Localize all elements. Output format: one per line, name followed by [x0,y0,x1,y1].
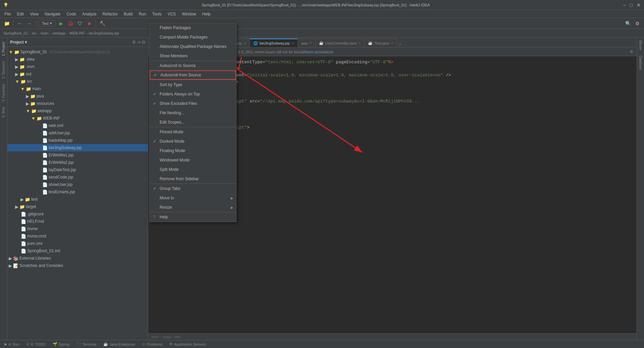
sidebar-tab-project[interactable]: 1: Project [1,39,6,59]
tree-root[interactable]: ▼ 📁 SpringBoot_01 D:\Tools\JavaWorkSpace… [7,48,148,56]
tree-sendcode[interactable]: 📄 sendCode.jsp [7,173,148,181]
menu-build[interactable]: Build [121,11,136,17]
panel-gear-icon[interactable]: ⚙ [132,40,136,45]
tab-close-testjava[interactable]: ✕ [391,41,393,45]
tree-webinf[interactable]: ▼ 📁 WEB-INF [7,115,148,122]
breadcrumb-webinf[interactable]: WEB-INF [69,31,85,35]
menu-item-compact-middle-packages[interactable]: Compact Middle Packages [150,32,236,42]
close-button[interactable]: ✕ [637,2,641,8]
menu-vcs[interactable]: VCS [165,11,179,17]
tree-main[interactable]: ▼ 📁 main [7,85,148,92]
breadcrumb-webapp[interactable]: webapp [52,31,65,35]
panel-collapse-icon[interactable]: ⊟ [142,40,145,45]
tree-idea[interactable]: ▶ 📁 .idea [7,56,148,63]
breadcrumb-springboot[interactable]: SpringBoot_01 [3,31,28,35]
tree-webxml[interactable]: 📄 web.xml [7,122,148,129]
attach-annotations-link[interactable]: Attach annotations [303,50,333,54]
settings-button[interactable]: ⚙ [633,19,641,27]
menu-item-abbreviate-qualified[interactable]: Abbreviate Qualified Package Names [150,42,236,51]
menu-refactor[interactable]: Refactor [100,11,120,17]
more-tabs-button[interactable]: » [397,41,404,47]
tree-iml[interactable]: 📄 SpringBoot_01.iml [7,247,148,255]
panel-scroll-icon[interactable]: ⇥ [137,40,141,45]
breadcrumb-file[interactable]: beiJingSubway.jsp [89,31,119,35]
tree-helpmd[interactable]: 📄 HELP.md [7,218,148,225]
menu-view[interactable]: View [27,11,41,17]
menu-analyze[interactable]: Analyze [79,11,99,17]
debug-button[interactable]: 🐞 [66,19,74,27]
run-button[interactable]: ▶ [57,19,65,27]
menu-item-group-tabs[interactable]: Group Tabs [150,184,236,193]
tab-close-baidumap[interactable]: ✕ [244,41,246,45]
breadcrumb-src[interactable]: src [32,31,37,35]
sidebar-tab-maven[interactable]: Maven [638,38,643,53]
tree-java[interactable]: ▶ 📁 java [7,92,148,100]
tab-close-aaa[interactable]: ✕ [309,41,312,45]
tab-beijingsubway[interactable]: 🌐 beiJingSubway.jsp ✕ [250,39,298,47]
menu-item-edit-scopes[interactable]: Edit Scopes... [150,118,236,127]
tree-gitignore[interactable]: 📄 .gitignore [7,210,148,218]
menu-help[interactable]: Help [200,11,213,17]
menu-item-show-excluded-files[interactable]: Show Excluded Files [150,99,236,108]
menu-file[interactable]: File [2,11,13,17]
tree-out[interactable]: ▶ 📁 out [7,70,148,78]
tree-scratches[interactable]: ▶ 📝 Scratches and Consoles [7,262,148,269]
menu-item-flatten-packages[interactable]: Flatten Packages [150,23,236,32]
tree-mvnwcmd[interactable]: 📄 mvnw.cmd [7,232,148,240]
menu-run[interactable]: Run [136,11,149,17]
menu-item-sort-by-type[interactable]: Sort by Type [150,80,236,89]
maximize-button[interactable]: □ [630,2,633,8]
build-button[interactable]: 🔨 [98,19,106,27]
tree-pomxml[interactable]: 📄 pom.xml [7,240,148,247]
menu-item-move-to[interactable]: Move to ▶ [150,193,236,203]
menu-item-remove-from-sidebar[interactable]: Remove from Sidebar [150,174,236,184]
tree-adduser[interactable]: 📄 addUser.jsp [7,129,148,137]
search-everywhere-button[interactable]: 🔍 [624,19,632,27]
tree-webapp[interactable]: ▼ 📁 webapp [7,107,148,115]
menu-item-show-members[interactable]: Show Members [150,51,236,61]
tree-target[interactable]: ▶ 📁 target [7,203,148,210]
tab-testjava[interactable]: ☕ Test.java ✕ [365,39,397,47]
menu-item-folders-always-on-top[interactable]: Folders Always on Top [150,89,236,99]
bottom-tab-terminal[interactable]: ⬛ Terminal [74,341,99,347]
menu-item-split-mode[interactable]: Split Mode [150,165,236,174]
tab-aaa[interactable]: aaa ✕ [298,39,315,47]
menu-code[interactable]: Code [64,11,79,17]
open-folder-button[interactable]: 📁 [3,19,11,27]
window-controls[interactable]: − □ ✕ [623,2,641,8]
menu-navigate[interactable]: Navigate [42,11,63,17]
tree-external-libraries[interactable]: ▶ 📚 External Libraries [7,255,148,262]
forward-button[interactable]: → [25,19,33,27]
bottom-tab-java-enterprise[interactable]: ☕ Java Enterprise [101,341,138,347]
bottom-tab-todo[interactable]: ☑ 6: TODO [23,341,48,347]
tree-showuser[interactable]: 📄 showUser.jsp [7,181,148,188]
sidebar-tab-web[interactable]: 0: Web [1,104,6,120]
menu-edit[interactable]: Edit [14,11,26,17]
tab-close-usercontroller[interactable]: ✕ [358,41,361,45]
tree-erweima1[interactable]: 📄 ErWeiMa1.jsp [7,151,148,159]
tree-baidumap[interactable]: 📄 baiduMap.jsp [7,137,148,144]
menu-item-resize[interactable]: Resize ▶ [150,203,236,212]
bottom-tab-spring[interactable]: 🌱 Spring [50,341,72,347]
back-button[interactable]: ← [16,19,24,27]
tree-erweima2[interactable]: 📄 ErWeiMa2.jsp [7,159,148,166]
minimize-button[interactable]: − [623,2,626,8]
tab-usercontroller[interactable]: ☕ UserController.java ✕ [316,39,365,47]
menu-tools[interactable]: Tools [150,11,164,17]
tree-resources[interactable]: ▶ 📁 resources [7,100,148,107]
sidebar-tab-favorites[interactable]: 3: Favorites [1,81,6,104]
tree-laydatetest[interactable]: 📄 layDateTest.jsp [7,166,148,173]
menu-item-autoscroll-to-source[interactable]: Autoscroll to Source [150,61,236,70]
stop-button[interactable]: ■ [85,19,93,27]
tab-close-beijingsubway[interactable]: ✕ [291,42,294,45]
breadcrumb-main[interactable]: main [41,31,49,35]
tree-beijingsubway[interactable]: 📄 beiJingSubway.jsp [7,144,148,151]
tree-src[interactable]: ▼ 📁 src [7,78,148,85]
run-config-button[interactable]: Test ▾ [38,20,56,26]
menu-item-file-nesting[interactable]: File Nesting... [150,108,236,118]
notification-settings-icon[interactable]: ⚙ [630,50,633,54]
tree-mvnw[interactable]: 📄 mvnw [7,225,148,232]
sidebar-tab-database[interactable]: Database [638,53,643,73]
bottom-tab-app-servers[interactable]: ⚙ Application Servers [167,341,209,347]
bottom-tab-problems[interactable]: ⚠ Problems [140,341,165,347]
